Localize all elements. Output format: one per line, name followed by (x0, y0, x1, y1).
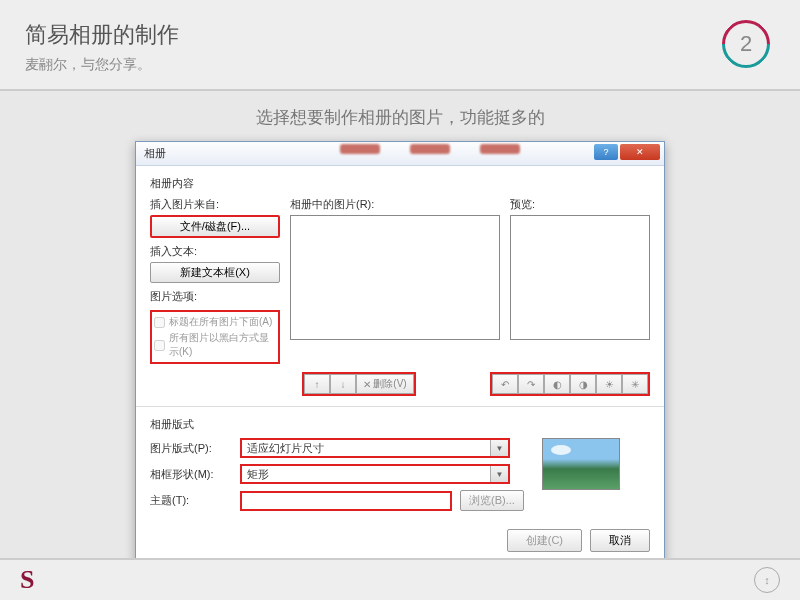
content-area: 选择想要制作相册的图片，功能挺多的 相册 ? ✕ 相册内容 插入图片来自: 文件… (0, 91, 800, 563)
album-pictures-label: 相册中的图片(R): (290, 197, 500, 212)
insert-from-label: 插入图片来自: (150, 197, 280, 212)
contrast-up-button[interactable]: ◐ (544, 374, 570, 394)
preview-panel (510, 215, 650, 340)
layout-combo[interactable]: 适应幻灯片尺寸 ▼ (240, 438, 510, 458)
section-album-layout: 相册版式 (150, 417, 650, 432)
instruction-text: 选择想要制作相册的图片，功能挺多的 (0, 106, 800, 129)
dialog-title: 相册 (144, 146, 166, 161)
scroll-indicator-icon: ↕ (754, 567, 780, 593)
rotate-left-button[interactable]: ↶ (492, 374, 518, 394)
reorder-button-group: ↑ ↓ ✕ 删除(V) (302, 372, 416, 396)
dialog-titlebar[interactable]: 相册 ? ✕ (136, 142, 664, 166)
new-textbox-button[interactable]: 新建文本框(X) (150, 262, 280, 283)
redacted-area (306, 144, 554, 156)
rotate-right-button[interactable]: ↷ (518, 374, 544, 394)
page-footer: S ↕ (0, 558, 800, 600)
move-down-button[interactable]: ↓ (330, 374, 356, 394)
brightness-down-button[interactable]: ✳ (622, 374, 648, 394)
brand-logo: S (20, 565, 34, 595)
layout-thumbnail (542, 438, 620, 490)
pictures-listbox[interactable] (290, 215, 500, 340)
theme-label: 主题(T): (150, 493, 232, 508)
help-button[interactable]: ? (594, 144, 618, 160)
caption-below-checkbox[interactable]: 标题在所有图片下面(A) (154, 314, 276, 330)
frame-shape-label: 相框形状(M): (150, 467, 232, 482)
album-dialog: 相册 ? ✕ 相册内容 插入图片来自: 文件/磁盘(F)... 插入文本: 新建… (135, 141, 665, 563)
section-album-content: 相册内容 (150, 176, 650, 191)
remove-button[interactable]: ✕ 删除(V) (356, 374, 414, 394)
file-disk-button[interactable]: 文件/磁盘(F)... (150, 215, 280, 238)
page-header: 简易相册的制作 麦翮尔，与您分享。 2 (0, 0, 800, 91)
chevron-down-icon[interactable]: ▼ (490, 440, 508, 456)
chevron-down-icon[interactable]: ▼ (490, 466, 508, 482)
brightness-up-button[interactable]: ☀ (596, 374, 622, 394)
frame-shape-combo[interactable]: 矩形 ▼ (240, 464, 510, 484)
cancel-button[interactable]: 取消 (590, 529, 650, 552)
black-white-checkbox[interactable]: 所有图片以黑白方式显示(K) (154, 330, 276, 360)
move-up-button[interactable]: ↑ (304, 374, 330, 394)
contrast-down-button[interactable]: ◑ (570, 374, 596, 394)
adjust-button-group: ↶ ↷ ◐ ◑ ☀ ✳ (490, 372, 650, 396)
caption-below-input[interactable] (154, 317, 165, 328)
theme-input[interactable] (240, 491, 452, 511)
layout-label: 图片版式(P): (150, 441, 232, 456)
page-subtitle: 麦翮尔，与您分享。 (25, 56, 775, 74)
preview-label: 预览: (510, 197, 650, 212)
pic-options-label: 图片选项: (150, 289, 280, 304)
browse-button[interactable]: 浏览(B)... (460, 490, 524, 511)
black-white-input[interactable] (154, 340, 165, 351)
insert-text-label: 插入文本: (150, 244, 280, 259)
create-button[interactable]: 创建(C) (507, 529, 582, 552)
close-button[interactable]: ✕ (620, 144, 660, 160)
page-title: 简易相册的制作 (25, 20, 775, 50)
